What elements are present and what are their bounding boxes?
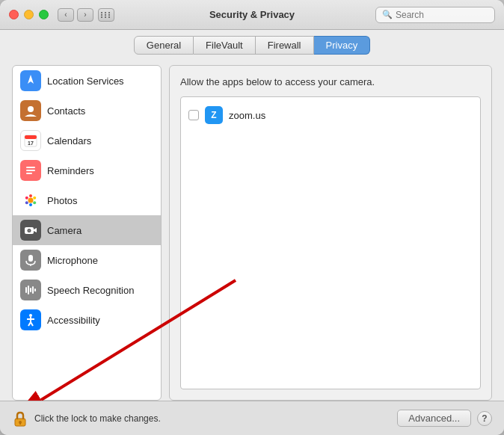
advanced-button[interactable]: Advanced... [397,410,471,427]
svg-marker-16 [34,228,37,232]
sidebar-item-camera[interactable]: Camera [13,215,161,245]
minimize-button[interactable] [24,10,34,19]
svg-rect-3 [25,135,37,139]
sidebar-item-microphone[interactable]: Microphone [13,245,161,275]
sidebar-item-speech[interactable]: Speech Recognition [13,275,161,305]
svg-point-12 [29,203,32,206]
right-panel: Allow the apps below to access your came… [169,65,492,401]
svg-point-11 [33,201,36,204]
search-input[interactable] [396,10,488,20]
sidebar-label-microphone: Microphone [47,255,98,266]
close-button[interactable] [9,10,19,19]
svg-rect-35 [19,422,21,425]
sidebar-label-speech: Speech Recognition [47,285,134,296]
search-icon: 🔍 [382,10,393,19]
grid-button[interactable] [98,8,114,22]
bottom-bar: Click the lock to make changes. Advanced… [0,401,504,435]
reminders-icon [20,160,41,181]
svg-rect-5 [26,167,35,168]
sidebar-label-calendars: Calendars [47,135,91,146]
sidebar-label-reminders: Reminders [47,165,94,176]
sidebar-label-camera: Camera [47,225,82,236]
list-item: Z zoom.us [187,103,474,127]
svg-rect-22 [28,286,29,294]
contacts-icon [20,100,41,121]
tab-privacy[interactable]: Privacy [314,36,371,55]
zoom-app-name: zoom.us [229,110,265,121]
calendars-icon: 17 [20,130,41,151]
content-row: Location Services Contacts [12,65,492,401]
window: ‹ › Security & Privacy 🔍 General FileVau… [0,0,504,435]
sidebar-item-accessibility[interactable]: Accessibility [13,305,161,335]
tab-general[interactable]: General [134,36,194,55]
sidebar-label-accessibility: Accessibility [47,315,100,326]
microphone-icon [20,250,41,271]
nav-buttons: ‹ › [58,8,93,22]
camera-icon [20,220,41,241]
svg-marker-0 [28,75,34,84]
lock-text: Click the lock to make changes. [34,413,161,424]
svg-rect-6 [26,170,35,171]
grid-icon [101,12,111,18]
svg-rect-7 [26,173,32,174]
maximize-button[interactable] [39,10,49,19]
lock-button[interactable] [12,410,28,427]
svg-rect-24 [32,286,34,294]
traffic-lights [9,10,49,19]
speech-icon [20,280,41,300]
svg-line-30 [31,322,33,326]
forward-button[interactable]: › [77,8,93,22]
svg-point-26 [29,314,32,317]
svg-point-14 [25,197,28,200]
sidebar-item-reminders[interactable]: Reminders [13,155,161,185]
lock-section: Click the lock to make changes. [12,410,161,427]
svg-rect-21 [25,287,27,293]
panel-title: Allow the apps below to access your came… [180,76,481,87]
sidebar: Location Services Contacts [12,65,162,401]
svg-point-13 [25,201,28,204]
svg-point-1 [28,106,34,112]
svg-rect-19 [28,255,33,262]
tab-filevault[interactable]: FileVault [194,36,256,55]
svg-rect-25 [34,289,36,291]
svg-point-9 [29,194,32,197]
sidebar-item-location[interactable]: Location Services [13,66,161,96]
svg-rect-23 [30,288,31,292]
svg-point-8 [28,198,34,203]
svg-point-10 [33,197,36,200]
sidebar-label-photos: Photos [47,195,77,206]
lock-icon [12,410,28,427]
search-box[interactable]: 🔍 [375,7,495,23]
svg-point-18 [28,229,30,231]
location-icon [20,70,41,91]
help-button[interactable]: ? [477,411,492,426]
photos-icon [20,190,41,211]
window-title: Security & Privacy [209,9,295,20]
main-content: Location Services Contacts [0,59,504,401]
sidebar-label-contacts: Contacts [47,105,85,117]
zoom-icon: Z [205,106,223,124]
bottom-right-buttons: Advanced... ? [397,410,492,427]
back-button[interactable]: ‹ [58,8,74,22]
apps-list: Z zoom.us [180,96,481,389]
sidebar-item-contacts[interactable]: Contacts [13,96,161,126]
zoom-checkbox[interactable] [188,110,199,120]
sidebar-item-photos[interactable]: Photos [13,185,161,215]
sidebar-label-location: Location Services [47,75,124,87]
titlebar: ‹ › Security & Privacy 🔍 [0,0,504,30]
tabs-row: General FileVault Firewall Privacy [0,30,504,59]
accessibility-icon [20,309,41,330]
tab-firewall[interactable]: Firewall [256,36,314,55]
svg-text:17: 17 [28,141,34,146]
sidebar-item-calendars[interactable]: 17 Calendars [13,126,161,155]
